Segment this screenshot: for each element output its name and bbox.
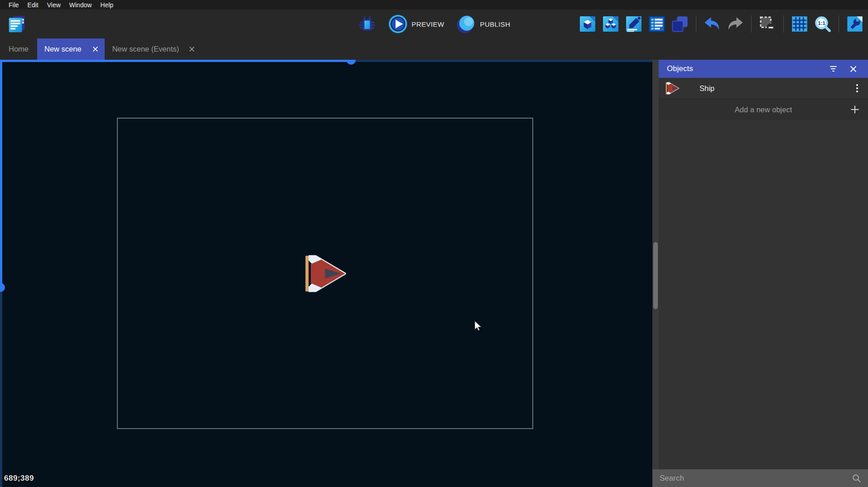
object-name-label: Ship (699, 84, 714, 93)
main-toolbar: PREVIEW PUBLISH (0, 10, 868, 38)
menu-window[interactable]: Window (65, 1, 96, 9)
objects-editor-button[interactable] (578, 14, 597, 33)
scrollbar-handle[interactable] (347, 60, 356, 65)
editor-scrollbar-thumb[interactable] (653, 242, 658, 309)
close-panel-button[interactable] (847, 63, 859, 75)
object-list-item-ship[interactable]: Ship (659, 78, 868, 99)
scrollbar-handle[interactable] (0, 283, 5, 292)
publish-button[interactable]: PUBLISH (456, 14, 510, 34)
ship-sprite-instance[interactable] (303, 254, 347, 293)
objects-search-input[interactable] (660, 474, 852, 483)
bug-icon (358, 15, 376, 33)
tab-home[interactable]: Home (0, 38, 37, 60)
ship-thumbnail-icon (665, 82, 680, 95)
objects-panel: Objects (659, 60, 868, 469)
undo-button[interactable] (703, 14, 722, 33)
close-tab-icon[interactable] (92, 46, 98, 52)
menu-view[interactable]: View (43, 1, 65, 9)
svg-text:1:1: 1:1 (818, 20, 825, 26)
close-icon (850, 66, 857, 72)
debug-button[interactable] (358, 14, 377, 33)
objects-search-bar (652, 469, 868, 487)
gdevelop-window: File Edit View Window Help (0, 0, 868, 487)
project-manager-button[interactable] (5, 13, 28, 35)
close-tab-icon[interactable] (189, 46, 195, 52)
publish-label: PUBLISH (480, 20, 510, 28)
play-circle-icon (389, 14, 408, 33)
canvas-vertical-scrollbar[interactable] (0, 60, 2, 487)
tab-new-scene-events[interactable]: New scene (Events) (105, 38, 203, 60)
add-object-button[interactable]: Add a new object (659, 99, 868, 120)
scene-editor-canvas[interactable]: 689;389 (0, 60, 652, 487)
mouse-cursor-icon (474, 320, 484, 331)
instances-list-button[interactable] (647, 14, 666, 33)
scrollbar-filled-segment (0, 60, 2, 285)
filter-icon (830, 66, 837, 72)
document-cube-icon (579, 15, 597, 33)
stacked-documents-icon (6, 14, 27, 34)
object-groups-editor-button[interactable] (601, 14, 620, 33)
toggle-mask-button[interactable] (758, 14, 777, 33)
layers-editor-button[interactable] (670, 14, 690, 33)
objects-panel-title: Objects (667, 64, 693, 73)
redo-arrow-icon (726, 15, 744, 33)
canvas-horizontal-scrollbar[interactable] (0, 60, 652, 62)
pencil-document-icon (625, 15, 643, 33)
preview-label: PREVIEW (412, 20, 444, 28)
menu-file[interactable]: File (5, 1, 24, 9)
list-document-icon (648, 15, 666, 33)
add-object-label: Add a new object (735, 105, 792, 114)
tab-new-scene-events-label: New scene (Events) (112, 45, 179, 53)
globe-icon (456, 14, 476, 34)
undo-arrow-icon (703, 15, 721, 33)
preview-button[interactable]: PREVIEW (389, 14, 444, 33)
toggle-grid-button[interactable] (790, 14, 809, 33)
zoom-1-1-icon: 1:1 (814, 15, 832, 33)
plus-icon[interactable] (850, 105, 860, 115)
menu-bar: File Edit View Window Help (0, 0, 868, 10)
editor-tab-bar: Home New scene New scene (Events) (0, 38, 868, 60)
editor-scrollbar-track[interactable] (652, 60, 659, 469)
properties-editor-button[interactable] (624, 14, 643, 33)
scrollbar-filled-segment (0, 60, 352, 62)
layers-icon (671, 15, 689, 33)
search-icon (852, 473, 862, 483)
tab-new-scene-label: New scene (44, 45, 82, 53)
toolbar-separator (783, 15, 784, 33)
tab-new-scene[interactable]: New scene (37, 38, 105, 60)
scene-settings-button[interactable] (845, 14, 864, 33)
toolbar-separator (696, 15, 696, 33)
menu-help[interactable]: Help (96, 1, 118, 9)
object-menu-button[interactable] (854, 82, 861, 94)
tab-home-label: Home (9, 45, 29, 53)
toolbar-separator (751, 15, 752, 33)
selection-mask-icon (758, 15, 776, 33)
menu-edit[interactable]: Edit (24, 1, 43, 9)
objects-panel-empty-area (659, 120, 868, 469)
cursor-coordinates-label: 689;389 (3, 473, 36, 484)
wrench-document-icon (846, 15, 864, 33)
filter-objects-button[interactable] (827, 63, 839, 75)
redo-button[interactable] (726, 14, 745, 33)
toolbar-separator (839, 15, 839, 33)
grid-icon (791, 15, 809, 33)
zoom-options-button[interactable]: 1:1 (813, 14, 832, 33)
objects-panel-header: Objects (659, 60, 868, 78)
document-cubes-icon (602, 15, 620, 33)
